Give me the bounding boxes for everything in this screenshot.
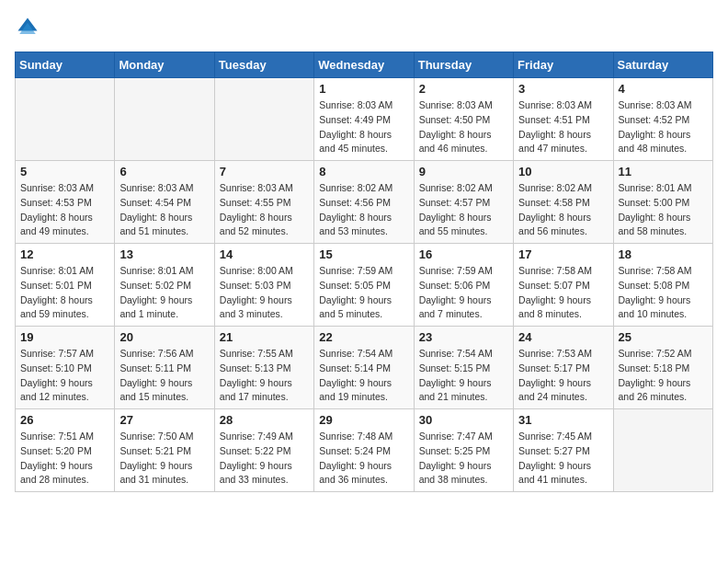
calendar-cell: 28Sunrise: 7:49 AM Sunset: 5:22 PM Dayli…: [214, 409, 313, 492]
day-number: 29: [319, 413, 408, 427]
calendar-cell: 24Sunrise: 7:53 AM Sunset: 5:17 PM Dayli…: [514, 327, 613, 409]
day-info: Sunrise: 8:03 AM Sunset: 4:55 PM Dayligh…: [220, 181, 309, 239]
day-number: 19: [20, 330, 109, 344]
day-number: 24: [518, 330, 608, 344]
calendar-cell: 11Sunrise: 8:01 AM Sunset: 5:00 PM Dayli…: [613, 161, 712, 244]
day-number: 16: [419, 247, 508, 261]
day-number: 6: [119, 165, 209, 178]
day-info: Sunrise: 8:01 AM Sunset: 5:02 PM Dayligh…: [119, 264, 209, 322]
day-number: 11: [619, 165, 708, 178]
calendar-cell: 2Sunrise: 8:03 AM Sunset: 4:50 PM Daylig…: [414, 78, 513, 161]
day-info: Sunrise: 7:45 AM Sunset: 5:27 PM Dayligh…: [518, 430, 608, 488]
day-number: 4: [619, 82, 708, 96]
calendar-week-0: 1Sunrise: 8:03 AM Sunset: 4:49 PM Daylig…: [16, 78, 713, 161]
calendar-cell: 8Sunrise: 8:02 AM Sunset: 4:56 PM Daylig…: [314, 161, 414, 244]
calendar-cell: 13Sunrise: 8:01 AM Sunset: 5:02 PM Dayli…: [115, 244, 214, 327]
day-info: Sunrise: 7:54 AM Sunset: 5:15 PM Dayligh…: [419, 347, 508, 405]
day-info: Sunrise: 8:03 AM Sunset: 4:53 PM Dayligh…: [20, 181, 109, 239]
calendar-cell: [613, 409, 712, 492]
calendar-cell: 22Sunrise: 7:54 AM Sunset: 5:14 PM Dayli…: [314, 327, 414, 409]
calendar-cell: 4Sunrise: 8:03 AM Sunset: 4:52 PM Daylig…: [613, 78, 712, 161]
day-info: Sunrise: 8:03 AM Sunset: 4:50 PM Dayligh…: [419, 98, 508, 156]
weekday-header-saturday: Saturday: [613, 52, 712, 78]
calendar-cell: 23Sunrise: 7:54 AM Sunset: 5:15 PM Dayli…: [414, 327, 513, 409]
calendar-cell: 17Sunrise: 7:58 AM Sunset: 5:07 PM Dayli…: [514, 244, 613, 327]
day-info: Sunrise: 7:56 AM Sunset: 5:11 PM Dayligh…: [119, 347, 209, 405]
day-number: 12: [20, 247, 109, 261]
day-info: Sunrise: 8:02 AM Sunset: 4:57 PM Dayligh…: [419, 181, 508, 239]
calendar-cell: 21Sunrise: 7:55 AM Sunset: 5:13 PM Dayli…: [214, 327, 313, 409]
calendar-cell: 6Sunrise: 8:03 AM Sunset: 4:54 PM Daylig…: [115, 161, 214, 244]
logo: [15, 15, 44, 40]
weekday-header-monday: Monday: [115, 52, 214, 78]
calendar-week-2: 12Sunrise: 8:01 AM Sunset: 5:01 PM Dayli…: [16, 244, 713, 327]
day-info: Sunrise: 7:53 AM Sunset: 5:17 PM Dayligh…: [518, 347, 608, 405]
calendar-cell: 3Sunrise: 8:03 AM Sunset: 4:51 PM Daylig…: [514, 78, 613, 161]
weekday-header-thursday: Thursday: [414, 52, 513, 78]
calendar-cell: 7Sunrise: 8:03 AM Sunset: 4:55 PM Daylig…: [214, 161, 313, 244]
calendar-cell: 27Sunrise: 7:50 AM Sunset: 5:21 PM Dayli…: [115, 409, 214, 492]
day-number: 14: [220, 247, 309, 261]
day-info: Sunrise: 8:02 AM Sunset: 4:58 PM Dayligh…: [518, 181, 608, 239]
day-number: 21: [220, 330, 309, 344]
day-info: Sunrise: 8:00 AM Sunset: 5:03 PM Dayligh…: [220, 264, 309, 322]
day-number: 18: [619, 247, 708, 261]
day-number: 8: [319, 165, 408, 178]
calendar-cell: 12Sunrise: 8:01 AM Sunset: 5:01 PM Dayli…: [16, 244, 115, 327]
calendar-cell: 26Sunrise: 7:51 AM Sunset: 5:20 PM Dayli…: [16, 409, 115, 492]
day-number: 27: [119, 413, 209, 427]
day-info: Sunrise: 7:59 AM Sunset: 5:05 PM Dayligh…: [319, 264, 408, 322]
day-number: 1: [319, 82, 408, 96]
calendar-cell: 29Sunrise: 7:48 AM Sunset: 5:24 PM Dayli…: [314, 409, 414, 492]
day-info: Sunrise: 7:58 AM Sunset: 5:08 PM Dayligh…: [619, 264, 708, 322]
day-number: 17: [518, 247, 608, 261]
day-number: 15: [319, 247, 408, 261]
day-number: 2: [419, 82, 508, 96]
logo-icon: [15, 15, 40, 40]
calendar-cell: 15Sunrise: 7:59 AM Sunset: 5:05 PM Dayli…: [314, 244, 414, 327]
calendar-cell: 16Sunrise: 7:59 AM Sunset: 5:06 PM Dayli…: [414, 244, 513, 327]
weekday-header-friday: Friday: [514, 52, 613, 78]
calendar-cell: 9Sunrise: 8:02 AM Sunset: 4:57 PM Daylig…: [414, 161, 513, 244]
calendar-cell: 31Sunrise: 7:45 AM Sunset: 5:27 PM Dayli…: [514, 409, 613, 492]
day-number: 13: [119, 247, 209, 261]
day-info: Sunrise: 8:03 AM Sunset: 4:52 PM Dayligh…: [619, 98, 708, 156]
page-header: [15, 15, 713, 40]
day-number: 28: [220, 413, 309, 427]
day-number: 9: [419, 165, 508, 178]
calendar-cell: 20Sunrise: 7:56 AM Sunset: 5:11 PM Dayli…: [115, 327, 214, 409]
calendar-cell: [214, 78, 313, 161]
day-info: Sunrise: 7:57 AM Sunset: 5:10 PM Dayligh…: [20, 347, 109, 405]
weekday-header-wednesday: Wednesday: [314, 52, 414, 78]
day-number: 22: [319, 330, 408, 344]
calendar-cell: 25Sunrise: 7:52 AM Sunset: 5:18 PM Dayli…: [613, 327, 712, 409]
day-info: Sunrise: 7:47 AM Sunset: 5:25 PM Dayligh…: [419, 430, 508, 488]
day-info: Sunrise: 8:01 AM Sunset: 5:00 PM Dayligh…: [619, 181, 708, 239]
day-info: Sunrise: 8:03 AM Sunset: 4:54 PM Dayligh…: [119, 181, 209, 239]
day-number: 25: [619, 330, 708, 344]
calendar-cell: 19Sunrise: 7:57 AM Sunset: 5:10 PM Dayli…: [16, 327, 115, 409]
day-number: 10: [518, 165, 608, 178]
calendar-week-4: 26Sunrise: 7:51 AM Sunset: 5:20 PM Dayli…: [16, 409, 713, 492]
day-info: Sunrise: 7:58 AM Sunset: 5:07 PM Dayligh…: [518, 264, 608, 322]
day-info: Sunrise: 8:03 AM Sunset: 4:49 PM Dayligh…: [319, 98, 408, 156]
calendar-cell: 18Sunrise: 7:58 AM Sunset: 5:08 PM Dayli…: [613, 244, 712, 327]
calendar-cell: 30Sunrise: 7:47 AM Sunset: 5:25 PM Dayli…: [414, 409, 513, 492]
day-info: Sunrise: 7:54 AM Sunset: 5:14 PM Dayligh…: [319, 347, 408, 405]
day-info: Sunrise: 7:52 AM Sunset: 5:18 PM Dayligh…: [619, 347, 708, 405]
calendar-cell: [16, 78, 115, 161]
day-number: 20: [119, 330, 209, 344]
weekday-header-sunday: Sunday: [16, 52, 115, 78]
day-info: Sunrise: 7:49 AM Sunset: 5:22 PM Dayligh…: [220, 430, 309, 488]
calendar-table: SundayMondayTuesdayWednesdayThursdayFrid…: [15, 52, 713, 492]
calendar-week-3: 19Sunrise: 7:57 AM Sunset: 5:10 PM Dayli…: [16, 327, 713, 409]
day-number: 31: [518, 413, 608, 427]
day-number: 5: [20, 165, 109, 178]
day-number: 7: [220, 165, 309, 178]
day-info: Sunrise: 7:50 AM Sunset: 5:21 PM Dayligh…: [119, 430, 209, 488]
calendar-cell: 1Sunrise: 8:03 AM Sunset: 4:49 PM Daylig…: [314, 78, 414, 161]
weekday-header-tuesday: Tuesday: [214, 52, 313, 78]
calendar-cell: 10Sunrise: 8:02 AM Sunset: 4:58 PM Dayli…: [514, 161, 613, 244]
day-info: Sunrise: 7:51 AM Sunset: 5:20 PM Dayligh…: [20, 430, 109, 488]
day-number: 26: [20, 413, 109, 427]
